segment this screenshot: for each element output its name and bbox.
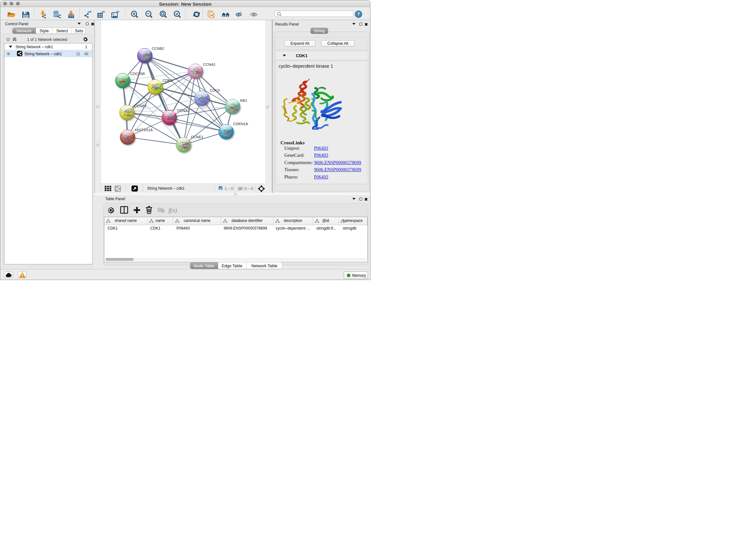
svg-text:CCNA2: CCNA2: [177, 109, 190, 113]
svg-text:CCNA1: CCNA1: [203, 63, 215, 66]
svg-text:CDK1: CDK1: [162, 78, 172, 82]
svg-text:CCNE1: CCNE1: [191, 135, 203, 139]
svg-text:CDKN1A: CDKN1A: [233, 122, 248, 126]
svg-text:f(x): f(x): [169, 207, 177, 214]
svg-text:CCNB1: CCNB1: [134, 104, 146, 108]
svg-text:CDC25B: CDC25B: [130, 72, 145, 76]
svg-text:CDC6: CDC6: [210, 88, 219, 92]
svg-text:RB1: RB1: [240, 99, 247, 103]
svg-text:CCNB2: CCNB2: [151, 47, 164, 51]
svg-text:HIST1H1A: HIST1H1A: [135, 128, 152, 132]
